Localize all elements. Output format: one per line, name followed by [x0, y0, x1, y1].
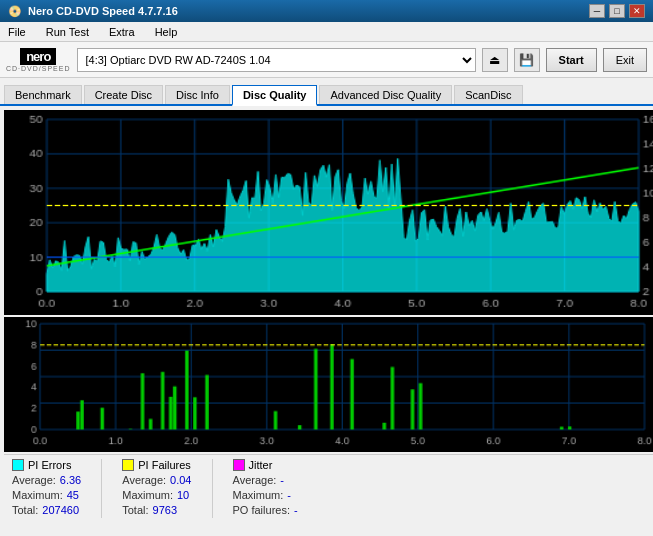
- tab-advanced-disc-quality[interactable]: Advanced Disc Quality: [319, 85, 452, 104]
- menu-file[interactable]: File: [4, 24, 30, 40]
- nero-logo: nero CD·DVD/SPEED: [6, 48, 71, 72]
- po-fail-value: -: [294, 504, 298, 516]
- app-title: Nero CD-DVD Speed 4.7.7.16: [28, 5, 178, 17]
- pi-max-value: 45: [67, 489, 79, 501]
- pi-failures-group: PI Failures Average: 0.04 Maximum: 10 To…: [122, 459, 191, 518]
- pi-failures-legend-label: PI Failures: [138, 459, 191, 471]
- jitter-max-label: Maximum:: [233, 489, 284, 501]
- jitter-avg-value: -: [280, 474, 284, 486]
- tab-create-disc[interactable]: Create Disc: [84, 85, 163, 104]
- bottom-stats: PI Errors Average: 6.36 Maximum: 45 Tota…: [4, 454, 653, 522]
- pif-total-value: 9763: [153, 504, 177, 516]
- main-content: PI Errors Average: 6.36 Maximum: 45 Tota…: [0, 106, 653, 536]
- start-button[interactable]: Start: [546, 48, 597, 72]
- pi-total-value: 207460: [42, 504, 79, 516]
- toolbar: nero CD·DVD/SPEED [4:3] Optiarc DVD RW A…: [0, 42, 653, 78]
- tabs-bar: Benchmark Create Disc Disc Info Disc Qua…: [0, 78, 653, 106]
- menu-help[interactable]: Help: [151, 24, 182, 40]
- menu-extra[interactable]: Extra: [105, 24, 139, 40]
- pif-avg-label: Average:: [122, 474, 166, 486]
- menu-run-test[interactable]: Run Test: [42, 24, 93, 40]
- bottom-chart: [4, 317, 653, 452]
- tab-scandisc[interactable]: ScanDisc: [454, 85, 522, 104]
- chart-area: PI Errors Average: 6.36 Maximum: 45 Tota…: [0, 106, 653, 536]
- pi-avg-value: 6.36: [60, 474, 81, 486]
- pif-max-value: 10: [177, 489, 189, 501]
- eject-icon[interactable]: ⏏: [482, 48, 508, 72]
- pi-errors-legend-color: [12, 459, 24, 471]
- top-chart: [4, 110, 653, 315]
- pif-total-label: Total:: [122, 504, 148, 516]
- pi-total-label: Total:: [12, 504, 38, 516]
- po-fail-label: PO failures:: [233, 504, 290, 516]
- pi-errors-legend-label: PI Errors: [28, 459, 71, 471]
- jitter-legend-label: Jitter: [249, 459, 273, 471]
- jitter-max-value: -: [287, 489, 291, 501]
- close-button[interactable]: ✕: [629, 4, 645, 18]
- tab-benchmark[interactable]: Benchmark: [4, 85, 82, 104]
- pi-avg-label: Average:: [12, 474, 56, 486]
- exit-button[interactable]: Exit: [603, 48, 647, 72]
- save-icon[interactable]: 💾: [514, 48, 540, 72]
- tab-disc-info[interactable]: Disc Info: [165, 85, 230, 104]
- jitter-legend-color: [233, 459, 245, 471]
- jitter-avg-label: Average:: [233, 474, 277, 486]
- drive-select[interactable]: [4:3] Optiarc DVD RW AD-7240S 1.04: [77, 48, 476, 72]
- title-bar: 📀 Nero CD-DVD Speed 4.7.7.16 ─ □ ✕: [0, 0, 653, 22]
- divider-2: [212, 459, 213, 518]
- pi-errors-group: PI Errors Average: 6.36 Maximum: 45 Tota…: [12, 459, 81, 518]
- app-icon: 📀: [8, 5, 22, 18]
- menu-bar: File Run Test Extra Help: [0, 22, 653, 42]
- pi-max-label: Maximum:: [12, 489, 63, 501]
- pif-max-label: Maximum:: [122, 489, 173, 501]
- divider-1: [101, 459, 102, 518]
- pi-failures-legend-color: [122, 459, 134, 471]
- minimize-button[interactable]: ─: [589, 4, 605, 18]
- maximize-button[interactable]: □: [609, 4, 625, 18]
- tab-disc-quality[interactable]: Disc Quality: [232, 85, 318, 106]
- jitter-group: Jitter Average: - Maximum: - PO failures…: [233, 459, 298, 518]
- pif-avg-value: 0.04: [170, 474, 191, 486]
